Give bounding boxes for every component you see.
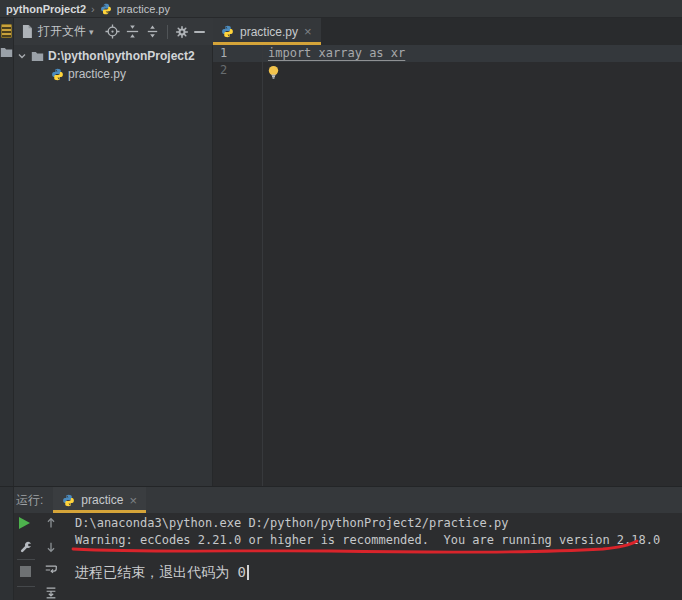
line-number-1: 1	[220, 45, 250, 62]
toolbar-separator	[17, 586, 35, 587]
text-cursor	[247, 565, 249, 580]
stop-button[interactable]	[20, 566, 31, 577]
run-tab-label: practice	[81, 493, 123, 507]
editor-code-line[interactable]: import xarray as xr	[268, 45, 405, 62]
console-line-warning: Warning: ecCodes 2.21.0 or higher is rec…	[75, 532, 660, 549]
exit-message-text: 进程已结束，退出代码为 0	[75, 564, 246, 581]
close-icon[interactable]: ×	[129, 494, 137, 507]
chevron-right-icon: ›	[91, 3, 95, 15]
intention-bulb-icon[interactable]	[266, 64, 281, 80]
arrow-down-icon[interactable]	[44, 540, 58, 554]
tree-file-label: practice.py	[68, 67, 126, 81]
breadcrumb-file[interactable]: practice.py	[117, 3, 170, 15]
chevron-down-icon[interactable]: ▾	[89, 27, 94, 37]
settings-wrench-icon[interactable]	[18, 540, 33, 555]
tab-practice-py[interactable]: practice.py ×	[213, 18, 321, 45]
chevron-down-icon[interactable]	[17, 51, 27, 61]
locate-file-icon[interactable]	[105, 24, 120, 39]
tree-item-practice-py[interactable]: practice.py	[51, 65, 126, 83]
folder-icon	[31, 50, 44, 62]
tree-root-label: D:\python\pythonProject2	[48, 49, 195, 63]
collapse-all-icon[interactable]	[125, 24, 140, 39]
pycharm-window: pythonProject2 › practice.py 打开文件 ▾	[0, 0, 682, 600]
close-icon[interactable]: ×	[304, 25, 312, 38]
breadcrumb-project[interactable]: pythonProject2	[6, 3, 86, 15]
line-number-2: 2	[220, 62, 250, 79]
folder-tool-window-icon[interactable]	[0, 46, 13, 58]
hide-panel-icon[interactable]	[194, 31, 205, 33]
gutter-separator	[262, 45, 263, 487]
scroll-to-end-icon[interactable]	[44, 586, 58, 600]
arrow-up-icon[interactable]	[44, 516, 58, 530]
file-page-icon	[21, 25, 33, 38]
project-panel: D:\python\pythonProject2 practice.py	[14, 45, 213, 487]
expand-collapse-icon[interactable]	[145, 24, 160, 39]
editor-area[interactable]: 1 2 import xarray as xr	[213, 45, 682, 487]
tool-window-stripe	[0, 18, 14, 600]
project-toolbar: 打开文件 ▾	[14, 18, 213, 45]
console-line-command: D:\anaconda3\python.exe D:/python/python…	[75, 515, 508, 532]
python-file-icon	[51, 68, 64, 81]
rerun-button[interactable]	[19, 517, 30, 529]
toolbar-separator	[17, 559, 35, 560]
run-panel-label: 运行:	[14, 492, 53, 509]
python-file-icon	[100, 3, 112, 15]
tab-label: practice.py	[240, 25, 298, 39]
soft-wrap-icon[interactable]	[44, 563, 58, 577]
console-line-exit: 进程已结束，退出代码为 0	[75, 564, 249, 581]
tree-item-project-root[interactable]: D:\python\pythonProject2	[17, 47, 195, 65]
settings-gear-icon[interactable]	[175, 25, 189, 39]
python-file-icon	[221, 25, 234, 38]
python-file-icon	[62, 494, 75, 507]
project-tool-window-icon[interactable]	[1, 24, 12, 38]
editor-tab-bar: practice.py ×	[213, 18, 682, 45]
breadcrumb: pythonProject2 › practice.py	[0, 0, 682, 18]
open-file-scope-label[interactable]: 打开文件	[38, 23, 86, 40]
toolbar-separator	[167, 25, 168, 39]
run-tab-practice[interactable]: practice ×	[53, 487, 146, 513]
run-panel-header: 运行: practice ×	[14, 487, 682, 513]
